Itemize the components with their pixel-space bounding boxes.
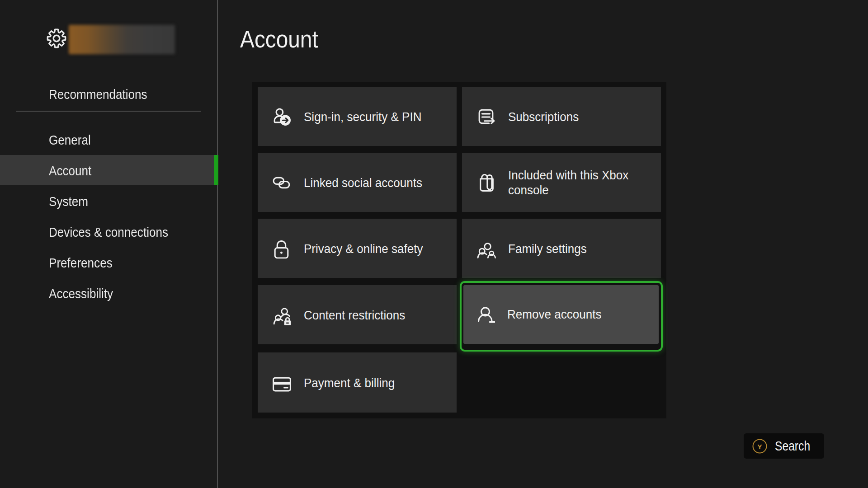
svg-text:Y: Y xyxy=(757,443,762,450)
